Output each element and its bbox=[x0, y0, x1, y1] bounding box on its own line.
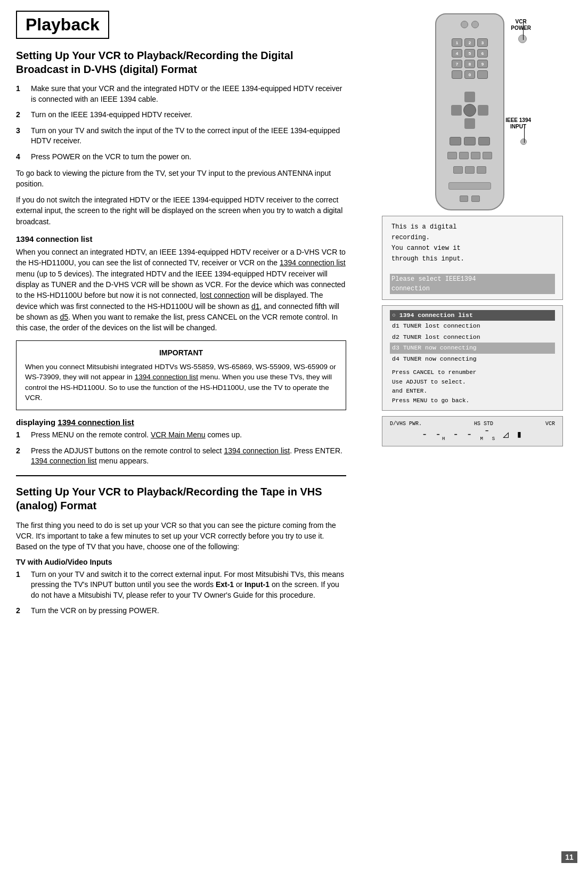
num-btn: 0 bbox=[464, 70, 475, 79]
conn-row: d2 TUNER lost connection bbox=[390, 332, 555, 343]
remote-illustration: 1 2 3 4 5 6 7 8 9 0 bbox=[414, 13, 531, 216]
num-btn bbox=[477, 70, 488, 79]
conn-row: d1 TUNER lost connection bbox=[390, 321, 555, 331]
dpad-down bbox=[464, 118, 475, 129]
subsection2-heading: displaying 1394 connection list bbox=[16, 418, 346, 427]
num-btn: 2 bbox=[464, 38, 475, 47]
slider bbox=[448, 182, 491, 190]
conn-list-link4: 1394 connection list bbox=[224, 446, 290, 455]
step-num: 1 bbox=[16, 569, 31, 601]
step-text: Press POWER on the VCR to turn the power… bbox=[31, 152, 346, 162]
section1-steps: 1 Make sure that your VCR and the integr… bbox=[16, 84, 346, 162]
ieee-label: IEEE 1394 INPUT bbox=[505, 117, 531, 130]
remote-btn bbox=[464, 137, 476, 145]
list-item: 3 Turn on your TV and switch the input o… bbox=[16, 126, 346, 146]
conn-list-screen: ○ 1394 connection list d1 TUNER lost con… bbox=[382, 305, 563, 411]
important-box: IMPORTANT When you connect Mitsubishi in… bbox=[16, 340, 346, 410]
step-num: 3 bbox=[16, 126, 31, 146]
list-item: 2 Turn the VCR on by pressing POWER. bbox=[16, 606, 346, 616]
sidebar: 1 2 3 4 5 6 7 8 9 0 bbox=[362, 0, 588, 871]
num-btn: 9 bbox=[477, 60, 488, 68]
step-num: 1 bbox=[16, 430, 31, 441]
conn-info: Press CANCEL to renumberUse ADJUST to se… bbox=[390, 368, 555, 406]
step-num: 2 bbox=[16, 606, 31, 616]
main-content: Playback Setting Up Your VCR to Playback… bbox=[0, 0, 362, 871]
remote-btn bbox=[471, 196, 480, 202]
step-num: 2 bbox=[16, 446, 31, 467]
remote-btn bbox=[461, 21, 468, 28]
subsection1-para: When you connect an integrated HDTV, an … bbox=[16, 247, 346, 333]
num-btn: 3 bbox=[477, 38, 488, 47]
dpad-up bbox=[464, 92, 475, 102]
remote-btn bbox=[477, 166, 486, 174]
conn-row: d4 TUNER now connecting bbox=[390, 354, 555, 364]
conn-list-link5: 1394 connection list bbox=[31, 457, 97, 465]
d1-link: d1 bbox=[251, 302, 260, 311]
step-text: Press the ADJUST buttons on the remote c… bbox=[31, 446, 346, 467]
section2-para1: The first thing you need to do is set up… bbox=[16, 520, 346, 552]
conn-list-link2: 1394 connection list bbox=[135, 373, 198, 381]
vcr-main-menu-link: VCR Main Menu bbox=[151, 430, 206, 439]
dpad-center bbox=[463, 104, 476, 117]
num-btn: 5 bbox=[464, 49, 475, 58]
page-title: Playback bbox=[26, 15, 100, 35]
remote-body: 1 2 3 4 5 6 7 8 9 0 bbox=[435, 13, 504, 210]
list-item: 4 Press POWER on the VCR to turn the pow… bbox=[16, 152, 346, 162]
remote-btn bbox=[460, 196, 468, 202]
list-item: 2 Turn on the IEEE 1394-equipped HDTV re… bbox=[16, 110, 346, 120]
screen-line: recording. bbox=[390, 232, 555, 243]
numpad: 1 2 3 4 5 6 7 8 9 0 bbox=[452, 38, 488, 79]
title-box: Playback bbox=[16, 11, 109, 39]
num-btn bbox=[452, 70, 462, 79]
step-text: Turn on the IEEE 1394-equipped HDTV rece… bbox=[31, 110, 346, 120]
conn-list-link3: 1394 connection list bbox=[58, 418, 134, 427]
list-item: 1 Press MENU on the remote control. VCR … bbox=[16, 430, 346, 441]
conn-row-highlighted: d3 TUNER now connecting bbox=[390, 343, 555, 353]
display-steps: 1 Press MENU on the remote control. VCR … bbox=[16, 430, 346, 467]
conn-list-link: 1394 connection list bbox=[280, 258, 346, 267]
list-item: 1 Make sure that your VCR and the integr… bbox=[16, 84, 346, 104]
vcr-hs-std: HS STD bbox=[474, 421, 493, 427]
page-container: Playback Setting Up Your VCR to Playback… bbox=[0, 0, 588, 871]
page-number: 11 bbox=[561, 851, 577, 863]
dpad bbox=[451, 92, 488, 129]
vcr-time: - -H - - M̄ S ◿ ▮ bbox=[390, 428, 555, 442]
step-text: Make sure that your VCR and the integrat… bbox=[31, 84, 346, 104]
remote-btn bbox=[450, 137, 461, 145]
num-btn: 7 bbox=[452, 60, 462, 68]
vcr-power-button[interactable] bbox=[518, 35, 527, 43]
step-text: Turn on your TV and switch it to the cor… bbox=[31, 569, 346, 601]
vcr-power-label: VCR POWER bbox=[511, 19, 531, 31]
vcr-top-row: D/VHS PWR. HS STD VCR bbox=[390, 421, 555, 427]
important-title: IMPORTANT bbox=[25, 347, 337, 358]
num-btn: 6 bbox=[477, 49, 488, 58]
screen-highlight-line: Please select IEEE1394connection bbox=[390, 274, 555, 294]
dpad-right bbox=[478, 105, 488, 116]
d5-link: d5 bbox=[60, 313, 69, 321]
remote-btn bbox=[459, 152, 469, 159]
step-text: Turn on your TV and switch the input of … bbox=[31, 126, 346, 146]
tv-audio-heading: TV with Audio/Video Inputs bbox=[16, 558, 346, 566]
screen-line: You cannot view it bbox=[390, 243, 555, 254]
remote-btn bbox=[465, 166, 475, 174]
transport-buttons bbox=[447, 152, 492, 159]
section1-para1: To go back to viewing the picture from t… bbox=[16, 168, 346, 190]
screen-line: This is a digital bbox=[390, 222, 555, 232]
step-num: 2 bbox=[16, 110, 31, 120]
conn-list-header: ○ 1394 connection list bbox=[390, 310, 555, 321]
middle-buttons bbox=[450, 137, 490, 145]
screen-digital-warning: This is a digital recording. You cannot … bbox=[382, 216, 563, 300]
step-num: 4 bbox=[16, 152, 31, 162]
vcr-power-line bbox=[523, 23, 524, 40]
vcr-display: D/VHS PWR. HS STD VCR - -H - - M̄ S ◿ ▮ bbox=[382, 416, 563, 446]
step-text: Press MENU on the remote control. VCR Ma… bbox=[31, 430, 346, 441]
vcr-vcr-label: VCR bbox=[545, 421, 555, 427]
remote-btn bbox=[483, 152, 492, 159]
num-btn: 8 bbox=[464, 60, 475, 68]
lost-conn-link: lost connection bbox=[200, 291, 250, 299]
remote-btn bbox=[471, 21, 479, 28]
step-num: 1 bbox=[16, 84, 31, 104]
num-btn: 4 bbox=[452, 49, 462, 58]
separator bbox=[16, 475, 346, 476]
bottom-buttons bbox=[453, 166, 486, 174]
